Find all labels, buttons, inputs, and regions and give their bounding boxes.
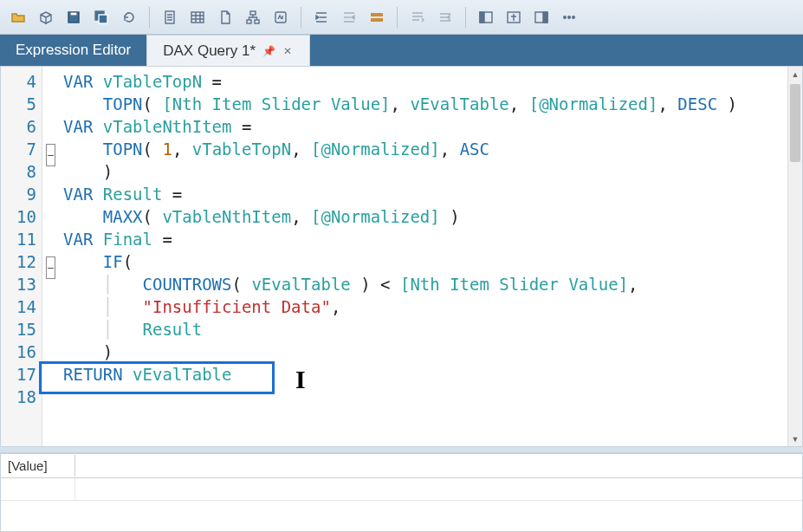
tab-label: Expression Editor: [16, 42, 131, 59]
code-line[interactable]: ): [63, 341, 802, 363]
svg-rect-10: [371, 13, 383, 16]
grid-row[interactable]: [1, 478, 802, 501]
scroll-up-icon[interactable]: ▲: [788, 67, 802, 81]
svg-rect-1: [70, 12, 77, 16]
step-over-icon[interactable]: [405, 4, 431, 30]
outdent-icon[interactable]: [336, 4, 362, 30]
code-area[interactable]: VAR vTableTopN = TOPN( [Nth Item Slider …: [58, 67, 802, 446]
svg-rect-16: [543, 12, 547, 23]
more-icon[interactable]: [556, 4, 582, 30]
svg-rect-3: [99, 15, 107, 23]
code-line[interactable]: VAR Result =: [63, 183, 802, 205]
open-file-icon[interactable]: [5, 4, 31, 30]
package-icon[interactable]: [33, 4, 59, 30]
svg-rect-5: [191, 12, 204, 23]
grid-header-row: [Value]: [1, 454, 802, 478]
code-line[interactable]: [63, 386, 802, 408]
code-line[interactable]: RETURN vEvalTable: [63, 363, 802, 386]
main-toolbar: [0, 0, 803, 35]
code-line[interactable]: VAR vTableNthItem =: [63, 115, 802, 138]
grid-cell[interactable]: [1, 478, 75, 500]
save-all-icon[interactable]: [88, 4, 114, 30]
fold-gutter[interactable]: [42, 67, 58, 446]
panel-right-icon[interactable]: [528, 4, 554, 30]
vertical-scrollbar[interactable]: ▲ ▼: [787, 67, 802, 446]
code-line[interactable]: VAR Final =: [63, 228, 802, 250]
scroll-thumb[interactable]: [790, 84, 800, 162]
grid-column-header[interactable]: [Value]: [1, 455, 75, 477]
scroll-down-icon[interactable]: ▼: [788, 431, 802, 446]
panel-center-icon[interactable]: [501, 4, 527, 30]
grid-body: [1, 478, 802, 531]
script-icon[interactable]: [268, 4, 294, 30]
code-line[interactable]: MAXX( vTableNthItem, [@Normalized] ): [63, 205, 802, 228]
code-line[interactable]: TOPN( 1, vTableTopN, [@Normalized], ASC: [63, 138, 802, 160]
document-icon[interactable]: [157, 4, 183, 30]
datasheet-icon[interactable]: [185, 4, 210, 30]
svg-rect-8: [255, 20, 259, 23]
svg-point-18: [568, 16, 571, 18]
code-line[interactable]: TOPN( [Nth Item Slider Value], vEvalTabl…: [63, 93, 802, 115]
code-line[interactable]: ): [63, 160, 802, 183]
code-editor[interactable]: 456789101112131415161718 VAR vTableTopN …: [0, 66, 803, 447]
results-grid[interactable]: [Value]: [0, 452, 803, 532]
line-number-gutter: 456789101112131415161718: [1, 67, 42, 446]
region-icon[interactable]: [364, 4, 390, 30]
panel-left-icon[interactable]: [473, 4, 499, 30]
tab-expression-editor[interactable]: Expression Editor: [0, 35, 146, 66]
svg-rect-11: [371, 18, 383, 22]
code-line[interactable]: VAR vTableTopN =: [63, 70, 802, 93]
save-icon[interactable]: [61, 4, 87, 30]
step-into-icon[interactable]: [432, 4, 458, 30]
hierarchy-icon[interactable]: [240, 4, 266, 30]
tab-dax-query-1[interactable]: DAX Query 1* 📌 ✕: [146, 35, 310, 66]
svg-point-19: [573, 16, 575, 18]
tab-label: DAX Query 1*: [163, 42, 256, 60]
indent-icon[interactable]: [308, 4, 334, 30]
code-line[interactable]: │ Result: [63, 318, 802, 341]
refresh-icon[interactable]: [116, 4, 142, 30]
code-line[interactable]: │ COUNTROWS( vEvalTable ) < [Nth Item Sl…: [63, 273, 802, 295]
svg-rect-6: [250, 11, 256, 15]
page-icon[interactable]: [212, 4, 238, 30]
close-icon[interactable]: ✕: [282, 45, 294, 57]
code-line[interactable]: │ "Insufficient Data",: [63, 295, 802, 318]
svg-point-17: [564, 16, 567, 18]
pin-icon[interactable]: 📌: [262, 45, 275, 57]
code-line[interactable]: IF(: [63, 250, 802, 273]
document-tabstrip: Expression Editor DAX Query 1* 📌 ✕: [0, 35, 803, 66]
svg-rect-13: [480, 12, 484, 23]
svg-rect-7: [247, 20, 251, 23]
